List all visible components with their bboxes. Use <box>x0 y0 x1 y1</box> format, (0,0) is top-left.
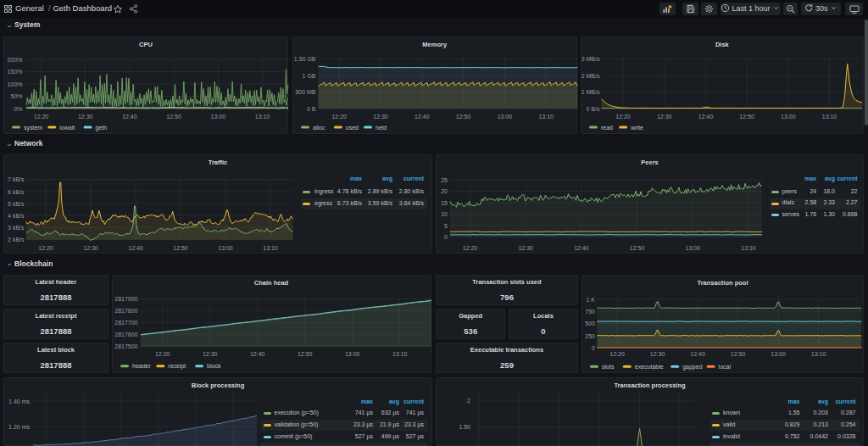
svg-text:1.50 GB: 1.50 GB <box>293 56 315 62</box>
svg-text:5 kB/s: 5 kB/s <box>8 200 25 206</box>
svg-text:2817500: 2817500 <box>114 343 137 348</box>
svg-text:12:20: 12:20 <box>154 351 170 357</box>
svg-text:2817700: 2817700 <box>114 319 137 325</box>
svg-text:iowait: iowait <box>59 125 75 131</box>
svg-text:12:50: 12:50 <box>173 245 188 251</box>
svg-text:executable: executable <box>635 363 664 369</box>
svg-text:5: 5 <box>444 222 448 228</box>
svg-text:0: 0 <box>444 234 448 240</box>
svg-text:1.20 ms: 1.20 ms <box>8 423 30 429</box>
svg-text:block: block <box>207 363 221 369</box>
svg-text:500 MB: 500 MB <box>295 89 315 95</box>
svg-text:4 kB/s: 4 kB/s <box>8 212 25 218</box>
svg-text:750: 750 <box>585 309 595 315</box>
svg-text:2817800: 2817800 <box>114 308 137 314</box>
svg-text:3 MB/s: 3 MB/s <box>581 56 600 62</box>
svg-text:3 kB/s: 3 kB/s <box>8 225 25 231</box>
svg-text:0 B/s: 0 B/s <box>586 106 599 112</box>
svg-text:0%: 0% <box>14 106 22 112</box>
svg-text:12:50: 12:50 <box>297 351 312 357</box>
svg-text:12:40: 12:40 <box>415 114 430 120</box>
svg-text:2 kB/s: 2 kB/s <box>8 237 25 243</box>
svg-text:1 MB/s: 1 MB/s <box>581 89 600 95</box>
svg-text:held: held <box>376 125 387 131</box>
svg-text:13:10: 13:10 <box>263 245 278 251</box>
svg-text:13:10: 13:10 <box>255 114 270 120</box>
svg-text:gapped: gapped <box>682 363 702 370</box>
svg-text:read: read <box>601 125 613 131</box>
svg-text:12:40: 12:40 <box>698 114 713 120</box>
svg-text:12:20: 12:20 <box>331 114 347 120</box>
svg-text:12:20: 12:20 <box>463 245 478 251</box>
svg-text:12:50: 12:50 <box>455 114 470 120</box>
svg-text:2: 2 <box>467 397 470 403</box>
svg-text:local: local <box>719 363 732 369</box>
svg-text:2 MB/s: 2 MB/s <box>581 73 600 79</box>
svg-text:12:20: 12:20 <box>609 351 625 357</box>
svg-text:12:50: 12:50 <box>166 114 181 120</box>
svg-text:1.50: 1.50 <box>459 424 470 430</box>
svg-text:13:10: 13:10 <box>538 114 554 120</box>
svg-text:13:10: 13:10 <box>811 351 826 357</box>
svg-text:12:40: 12:40 <box>690 351 705 357</box>
svg-text:13:00: 13:00 <box>211 114 226 120</box>
svg-text:12:30: 12:30 <box>202 351 217 357</box>
svg-text:7 kB/s: 7 kB/s <box>8 176 25 182</box>
svg-text:12:50: 12:50 <box>630 245 645 251</box>
svg-text:13:10: 13:10 <box>821 114 837 120</box>
svg-text:12:40: 12:40 <box>249 351 264 357</box>
svg-text:12:30: 12:30 <box>657 114 672 120</box>
svg-text:12:30: 12:30 <box>78 114 93 120</box>
svg-text:6 kB/s: 6 kB/s <box>8 188 25 194</box>
svg-text:20: 20 <box>441 188 448 194</box>
svg-text:12:40: 12:40 <box>128 245 143 251</box>
svg-text:13:00: 13:00 <box>771 351 786 357</box>
svg-text:12:50: 12:50 <box>731 351 746 357</box>
svg-text:13:00: 13:00 <box>218 245 233 251</box>
svg-text:15: 15 <box>441 199 448 205</box>
svg-text:25: 25 <box>441 176 448 182</box>
svg-text:write: write <box>630 125 643 131</box>
svg-text:150%: 150% <box>8 69 23 75</box>
svg-text:12:30: 12:30 <box>518 245 533 251</box>
svg-text:header: header <box>132 363 151 369</box>
svg-text:10: 10 <box>441 211 448 217</box>
svg-text:200%: 200% <box>8 57 23 63</box>
svg-text:system: system <box>24 125 42 131</box>
svg-text:alloc: alloc <box>313 125 326 131</box>
svg-text:12:20: 12:20 <box>34 114 49 120</box>
svg-text:13:00: 13:00 <box>344 351 359 357</box>
svg-text:12:30: 12:30 <box>650 351 665 357</box>
svg-text:12:50: 12:50 <box>739 114 754 120</box>
svg-text:2817900: 2817900 <box>114 296 137 302</box>
svg-text:receipt: receipt <box>168 363 186 370</box>
svg-text:13:10: 13:10 <box>741 245 756 251</box>
svg-text:geth: geth <box>96 125 108 131</box>
svg-text:12:20: 12:20 <box>38 245 53 251</box>
svg-text:0 B: 0 B <box>306 106 315 112</box>
svg-text:12:40: 12:40 <box>574 245 589 251</box>
svg-text:13:00: 13:00 <box>686 245 701 251</box>
svg-text:1 GB: 1 GB <box>302 73 315 79</box>
svg-text:used: used <box>345 125 358 131</box>
svg-text:12:20: 12:20 <box>615 114 631 120</box>
svg-text:500: 500 <box>585 321 595 326</box>
svg-text:13:10: 13:10 <box>392 351 407 357</box>
svg-text:12:30: 12:30 <box>373 114 388 120</box>
svg-text:0: 0 <box>592 344 595 350</box>
svg-text:12:30: 12:30 <box>83 245 98 251</box>
svg-text:100%: 100% <box>8 81 23 87</box>
svg-text:50%: 50% <box>10 93 22 99</box>
svg-text:slots: slots <box>602 363 615 369</box>
svg-text:1.40 ms: 1.40 ms <box>8 398 30 404</box>
svg-text:12:40: 12:40 <box>122 114 137 120</box>
svg-text:13:00: 13:00 <box>781 114 796 120</box>
svg-text:250: 250 <box>585 332 595 338</box>
svg-text:2817600: 2817600 <box>114 331 137 337</box>
svg-text:13:00: 13:00 <box>497 114 512 120</box>
svg-text:1 K: 1 K <box>586 296 595 302</box>
